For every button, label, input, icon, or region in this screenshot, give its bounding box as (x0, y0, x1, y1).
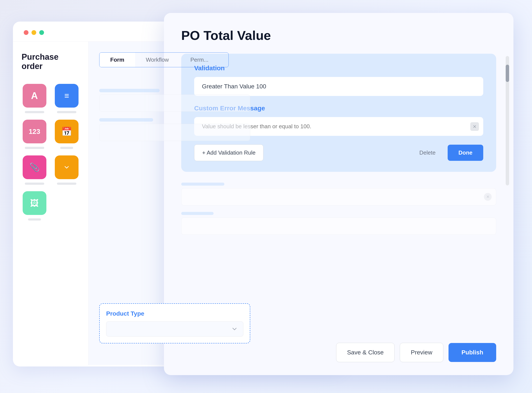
dropdown-label-line (57, 183, 76, 185)
image-label-line (28, 218, 41, 221)
product-type-label: Product Type (106, 310, 243, 317)
dot-green-icon[interactable] (39, 30, 44, 35)
date-icon: 📅 (55, 120, 79, 143)
sec-field-2 (181, 212, 496, 235)
attachment-icon: 📎 (23, 155, 46, 179)
number-icon: 123 (23, 120, 46, 143)
dot-yellow-icon[interactable] (31, 30, 36, 35)
close-icon: ✕ (484, 193, 492, 201)
sidebar-item-image[interactable]: 🖼 (22, 191, 47, 221)
sidebar-item-text[interactable]: A (22, 84, 47, 113)
attachment-label-line (25, 183, 44, 185)
field-2-input (99, 124, 250, 141)
save-close-button[interactable]: Save & Close (336, 343, 395, 362)
dot-red-icon[interactable] (24, 30, 29, 35)
sec-field-2-input (181, 217, 496, 235)
product-type-field[interactable]: Product Type (99, 303, 250, 344)
sec-field-2-label (181, 212, 214, 215)
clear-error-icon[interactable] (470, 122, 479, 131)
scrollbar-thumb[interactable] (506, 65, 509, 82)
sidebar-grid: A ≡ 123 📅 (22, 84, 80, 221)
scrollbar-track[interactable] (506, 56, 509, 185)
preview-button[interactable]: Preview (400, 343, 443, 362)
field-2-label (99, 118, 153, 122)
sidebar-item-dropdown[interactable] (54, 155, 80, 185)
sidebar-title: Purchase order (22, 52, 80, 71)
number-label-line (25, 147, 44, 149)
field-1 (99, 89, 330, 112)
richtext-label-line (57, 111, 76, 113)
publish-button[interactable]: Publish (448, 343, 496, 362)
card-actions: + Add Validation Rule Delete Done (194, 144, 483, 161)
svg-point-0 (62, 163, 71, 172)
sec-field-1-label (181, 183, 224, 186)
form-fields (99, 89, 330, 141)
field-2 (99, 118, 330, 141)
field-1-input (99, 94, 250, 112)
chevron-down-icon (231, 326, 238, 332)
add-validation-rule-button[interactable]: + Add Validation Rule (194, 144, 264, 161)
sidebar-item-date[interactable]: 📅 (54, 120, 80, 149)
text-icon: A (23, 84, 46, 108)
dropdown-icon (55, 155, 79, 179)
sec-field-1-input: ✕ (181, 188, 496, 206)
done-button[interactable]: Done (448, 145, 483, 161)
sidebar-item-number[interactable]: 123 (22, 120, 47, 149)
product-type-select[interactable] (106, 321, 243, 337)
tab-bar: Form Workflow Perm... (99, 52, 229, 67)
sidebar: Purchase order A ≡ 123 (13, 42, 89, 365)
richtext-icon: ≡ (55, 84, 79, 108)
delete-button[interactable]: Delete (412, 145, 443, 161)
text-label-line (25, 111, 44, 113)
field-1-label (99, 89, 160, 92)
sidebar-item-richtext[interactable]: ≡ (54, 84, 80, 113)
date-label-line (60, 147, 73, 149)
secondary-fields: ✕ (181, 183, 496, 235)
tab-form[interactable]: Form (99, 53, 135, 67)
image-icon: 🖼 (23, 191, 46, 215)
sec-field-1: ✕ (181, 183, 496, 206)
tab-workflow[interactable]: Workflow (135, 53, 179, 67)
panel-footer: Save & Close Preview Publish (336, 343, 496, 362)
card-right-actions: Delete Done (412, 145, 483, 161)
panel-title: PO Total Value (181, 28, 496, 43)
tab-permissions[interactable]: Perm... (179, 53, 219, 67)
sidebar-item-attachment[interactable]: 📎 (22, 155, 47, 185)
